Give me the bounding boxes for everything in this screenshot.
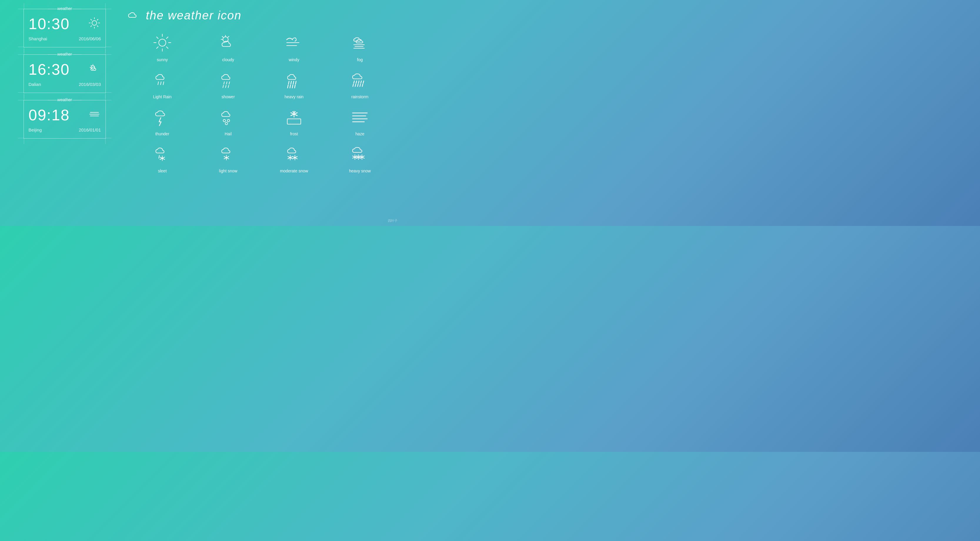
- icon-cell-fog: fog: [327, 31, 393, 62]
- svg-line-12: [91, 65, 92, 66]
- light-rain-icon: [151, 68, 174, 91]
- card-city-2: Dalian: [29, 82, 41, 87]
- svg-line-54: [358, 81, 359, 83]
- windy-label: windy: [289, 57, 299, 62]
- sleet-icon: [151, 142, 174, 166]
- svg-line-75: [159, 155, 159, 158]
- rainstorm-label: rainstorm: [352, 94, 368, 99]
- weather-card-beijing: weather 09:18 Beijing 2016/01/01: [24, 100, 106, 139]
- icon-cell-hail: Hail: [195, 105, 261, 136]
- svg-line-59: [358, 84, 358, 86]
- svg-point-16: [159, 39, 166, 46]
- svg-line-7: [97, 19, 98, 20]
- svg-line-36: [161, 82, 161, 85]
- cloudy-label: cloudy: [222, 57, 234, 62]
- card-date-1: 2016/06/06: [79, 36, 101, 41]
- icon-cell-heavy-rain: heavy rain: [261, 68, 327, 99]
- card-icon-sunny: [88, 16, 101, 31]
- card-time-1: 10:30: [29, 15, 70, 33]
- heavy-rain-icon: [282, 68, 306, 91]
- svg-line-46: [293, 81, 294, 84]
- fog-label: fog: [357, 57, 363, 62]
- icon-cell-shower: shower: [195, 68, 261, 99]
- svg-line-61: [362, 84, 363, 86]
- light-rain-label: Light Rain: [153, 94, 172, 99]
- sleet-label: sleet: [158, 169, 167, 173]
- svg-line-55: [361, 81, 361, 83]
- svg-line-45: [291, 81, 291, 84]
- svg-line-53: [356, 81, 357, 83]
- fog-icon: [348, 31, 372, 54]
- card-label-3: weather: [45, 97, 85, 102]
- section-header: the weather icon: [126, 6, 396, 22]
- heavy-snow-label: heavy snow: [349, 169, 371, 173]
- svg-line-23: [166, 37, 168, 39]
- card-label-2: weather: [45, 52, 85, 56]
- icon-cell-sleet: sleet: [129, 142, 195, 173]
- frost-icon: [282, 105, 306, 129]
- left-section: weather 10:30 Shanghai 2016/06/06: [24, 9, 106, 143]
- icon-cell-thunder: thunder: [129, 105, 195, 136]
- card-city-3: Beijing: [29, 128, 42, 132]
- haze-icon: [348, 105, 372, 129]
- icon-cell-haze: haze: [327, 105, 393, 136]
- hail-icon: [216, 105, 240, 129]
- svg-line-39: [226, 82, 227, 84]
- sunny-label: sunny: [157, 57, 168, 62]
- svg-line-42: [226, 85, 226, 88]
- card-date-3: 2016/01/01: [79, 128, 101, 132]
- svg-line-50: [292, 85, 293, 88]
- svg-point-63: [227, 120, 230, 122]
- svg-line-60: [360, 84, 361, 86]
- card-label-1: weather: [45, 6, 85, 11]
- light-snow-label: light snow: [219, 169, 237, 173]
- card-icon-haze: [88, 108, 101, 122]
- heavy-rain-label: heavy rain: [285, 94, 304, 99]
- moderate-snow-label: moderate snow: [280, 169, 308, 173]
- cloudy-icon: [216, 31, 240, 54]
- svg-line-41: [223, 85, 223, 88]
- svg-line-38: [224, 82, 224, 84]
- card-time-2: 16:30: [29, 61, 70, 78]
- windy-icon: [282, 31, 306, 54]
- icon-cell-light-snow: light snow: [195, 142, 261, 173]
- thunder-label: thunder: [155, 131, 169, 136]
- icon-cell-rainstorm: rainstorm: [327, 68, 393, 99]
- shower-icon: [216, 68, 240, 91]
- heavy-snow-icon: [348, 142, 372, 166]
- thunder-icon: [151, 105, 174, 129]
- icon-cell-heavy-snow: heavy snow: [327, 142, 393, 173]
- svg-line-5: [91, 19, 92, 20]
- svg-line-21: [157, 37, 159, 39]
- header-cloud-icon: [126, 9, 141, 22]
- haze-label: haze: [355, 131, 364, 136]
- watermark: 四叶子: [388, 219, 398, 223]
- svg-rect-65: [287, 119, 301, 124]
- right-section: the weather icon sunny: [126, 6, 396, 173]
- icon-cell-windy: windy: [261, 31, 327, 62]
- shower-label: shower: [221, 94, 235, 99]
- icon-cell-frost: frost: [261, 105, 327, 136]
- svg-line-48: [288, 85, 288, 88]
- card-city-1: Shanghai: [29, 36, 47, 41]
- svg-line-8: [91, 26, 92, 27]
- svg-line-24: [157, 47, 159, 48]
- card-date-2: 2016/03/03: [79, 82, 101, 87]
- svg-line-49: [290, 85, 291, 88]
- svg-line-56: [363, 81, 364, 83]
- svg-line-57: [353, 84, 353, 86]
- rainstorm-icon: [348, 68, 372, 91]
- svg-point-62: [223, 120, 226, 122]
- svg-point-0: [92, 21, 97, 25]
- hail-label: Hail: [224, 131, 232, 136]
- svg-line-37: [163, 82, 164, 85]
- svg-line-28: [222, 37, 223, 37]
- svg-line-44: [288, 81, 289, 84]
- frost-label: frost: [290, 131, 298, 136]
- svg-line-52: [354, 81, 354, 83]
- sunny-icon: [151, 31, 174, 54]
- svg-line-35: [158, 82, 159, 85]
- card-icon-partly-cloudy: [88, 62, 101, 77]
- svg-line-43: [228, 85, 229, 88]
- page-title: the weather icon: [146, 9, 242, 22]
